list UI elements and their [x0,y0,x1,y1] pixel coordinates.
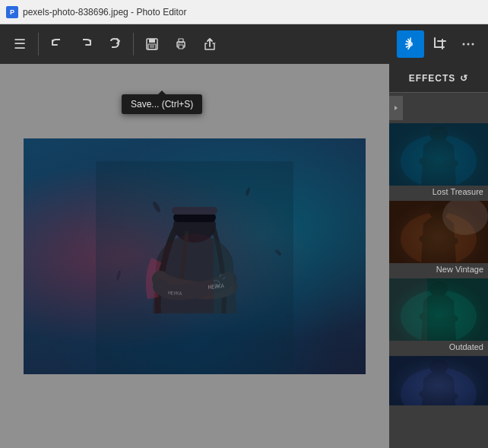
title-bar: P pexels-photo-838696.jpeg - Photo Edito… [0,0,488,24]
reset-effects-icon[interactable]: ↺ [460,73,468,84]
svg-point-31 [442,201,488,235]
window-title: pexels-photo-838696.jpeg - Photo Editor [23,7,186,17]
effect-lost-treasure[interactable]: Lost Treasure [389,123,488,201]
svg-point-11 [467,43,470,46]
svg-point-9 [408,42,413,46]
redo-button[interactable] [101,30,128,58]
effect-new-vintage-thumb [389,201,488,263]
effect-outdated[interactable]: Outdated [389,278,488,356]
menu-button[interactable]: ☰ [6,30,33,58]
svg-rect-37 [389,356,488,405]
effect-lost-treasure-thumb [389,123,488,186]
toolbar-right [397,30,482,58]
svg-rect-27 [389,201,488,263]
svg-point-29 [429,204,448,219]
svg-rect-36 [389,278,488,341]
svg-rect-35 [389,278,427,341]
crop-tab-button[interactable] [426,30,453,58]
svg-point-34 [429,281,448,297]
toolbar-separator-1 [38,33,39,56]
svg-point-10 [463,43,465,46]
share-button[interactable] [196,30,223,58]
photo-canvas: НЕЙКА НЕУКА [24,138,366,374]
print-button[interactable] [167,30,195,58]
effect-4-thumb [389,356,488,405]
effect-outdated-label: Outdated [389,341,488,356]
svg-point-24 [401,135,477,186]
panel-collapse-button[interactable] [389,96,403,120]
svg-point-39 [429,359,448,374]
panel-title: EFFECTS [409,73,456,84]
save-button[interactable] [138,30,166,58]
right-panel: EFFECTS ↺ [389,64,488,448]
panel-header: EFFECTS ↺ [389,64,488,93]
svg-rect-30 [389,201,488,263]
svg-rect-32 [389,278,488,341]
app-icon: P [6,6,18,18]
svg-point-25 [429,126,448,141]
svg-point-33 [401,290,477,341]
undo-button[interactable] [43,30,71,58]
svg-rect-1 [149,39,155,43]
effect-lost-treasure-label: Lost Treasure [389,186,488,201]
svg-rect-20 [172,207,217,214]
svg-point-28 [401,212,477,263]
svg-rect-26 [389,123,488,186]
toolbar-separator-2 [133,33,134,56]
canvas-area: Save... (Ctrl+S) [0,64,389,448]
svg-point-12 [472,43,474,46]
effect-4[interactable] [389,356,488,405]
toolbar: ☰ [0,24,488,64]
effect-outdated-thumb [389,278,488,341]
save-tooltip: Save... (Ctrl+S) [122,94,202,114]
svg-point-38 [401,367,477,405]
photo-image: НЕЙКА НЕУКА [96,161,293,374]
effect-new-vintage-label: New Vintage [389,263,488,278]
svg-point-8 [178,43,179,45]
effects-tab-button[interactable] [397,30,424,58]
svg-rect-23 [389,123,488,186]
effect-new-vintage[interactable]: New Vintage [389,201,488,278]
svg-rect-40 [389,356,488,405]
more-button[interactable] [455,30,482,58]
main-content: Save... (Ctrl+S) [0,64,488,448]
svg-rect-7 [179,45,183,49]
undo-alt-button[interactable] [72,30,100,58]
